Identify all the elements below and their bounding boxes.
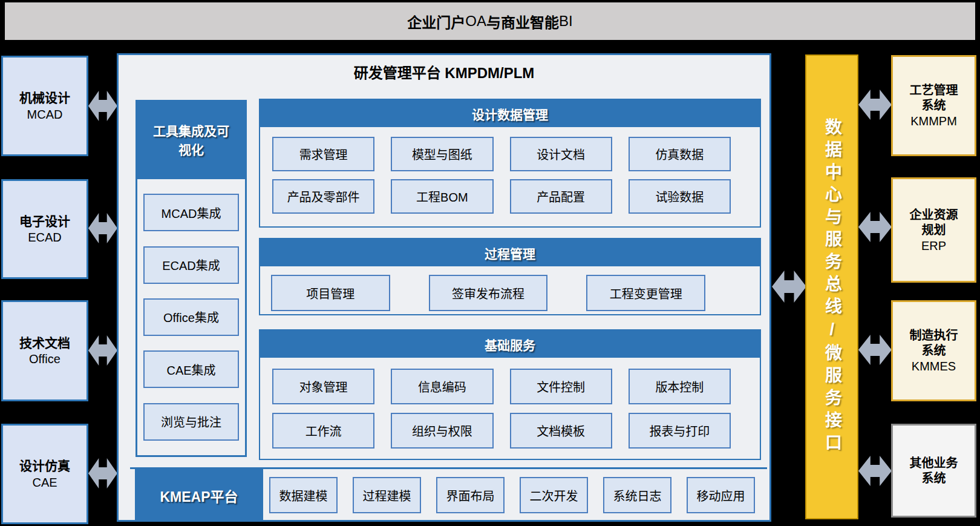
module-cell: 签审发布流程 (429, 275, 548, 311)
module-cell: 设计文档 (510, 137, 612, 171)
module-cell: 试验数据 (629, 179, 731, 214)
section-header: 基础服务 (260, 330, 760, 358)
system-label-zh: 制造执行系统 (906, 328, 962, 358)
service-bus-label: 数据中心与服务总线/微服务接口 (820, 118, 844, 456)
banner-text-portal: 企业门户 (407, 11, 465, 32)
service-bus-bar: 数据中心与服务总线/微服务接口 (805, 54, 858, 519)
module-cell: 组织与权限 (391, 413, 493, 449)
banner-text-bi-zh: 商业智能 (501, 11, 559, 32)
diagram-canvas: 企业门户OA 与 商业智能 BI 机械设计 MCAD 电子设计 ECAD 技术文… (0, 0, 980, 526)
tool-item-cae: CAE集成 (143, 350, 239, 388)
section-header: 设计数据管理 (260, 100, 760, 127)
system-label-zh: 设计仿真 (19, 458, 70, 474)
system-label-en: MCAD (27, 108, 63, 122)
kmeap-bar: KMEAP平台 数据建模 过程建模 界面布局 二次开发 系统日志 移动应用 (130, 467, 767, 522)
module-cell: 工作流 (272, 413, 374, 449)
module-cell: 需求管理 (272, 137, 374, 171)
system-box-cae: 设计仿真 CAE (1, 424, 88, 524)
kmeap-item: 数据建模 (269, 477, 338, 513)
double-arrow-icon (858, 212, 892, 242)
double-arrow-icon (88, 335, 117, 366)
system-box-ecad: 电子设计 ECAD (1, 179, 88, 279)
platform-title: 研发管理平台 KMPDM/PLM (119, 61, 769, 82)
module-cell: 文档模板 (510, 413, 612, 449)
section-design-data: 设计数据管理 需求管理 模型与图纸 设计文档 仿真数据 产品及零部件 工程BOM… (259, 99, 761, 228)
system-label-en: KMMPM (910, 114, 957, 128)
module-cell: 版本控制 (629, 369, 731, 404)
tool-integration-items: MCAD集成 ECAD集成 Office集成 CAE集成 浏览与批注 (137, 179, 245, 455)
module-cell: 产品及零部件 (272, 179, 374, 214)
module-cell: 仿真数据 (629, 137, 731, 171)
module-cell: 对象管理 (272, 369, 374, 404)
kmeap-item: 界面布局 (436, 477, 505, 513)
kmeap-label: KMEAP平台 (135, 469, 263, 522)
double-arrow-icon (858, 456, 892, 486)
system-label-zh: 电子设计 (19, 214, 70, 229)
module-cell: 工程变更管理 (586, 275, 705, 311)
section-body: 需求管理 模型与图纸 设计文档 仿真数据 产品及零部件 工程BOM 产品配置 试… (260, 127, 760, 223)
system-label-zh: 其他业务系统 (906, 456, 962, 486)
kmeap-item: 二次开发 (520, 477, 588, 513)
section-process: 过程管理 项目管理 签审发布流程 工程变更管理 (259, 238, 761, 315)
kmeap-items: 数据建模 过程建模 界面布局 二次开发 系统日志 移动应用 (269, 477, 755, 513)
system-label-en: Office (29, 352, 60, 366)
double-arrow-icon (858, 90, 892, 120)
banner-text-and: 与 (486, 11, 501, 32)
system-label-en: ERP (921, 239, 946, 253)
double-arrow-icon (88, 91, 117, 121)
tool-item-office: Office集成 (143, 298, 239, 336)
system-box-kmmes: 制造执行系统 KMMES (891, 300, 976, 401)
module-cell: 项目管理 (271, 275, 390, 311)
system-box-office: 技术文档 Office (1, 300, 88, 401)
tool-item-mcad: MCAD集成 (143, 194, 239, 231)
kmeap-item: 移动应用 (687, 477, 755, 513)
module-cell: 报表与打印 (629, 413, 731, 449)
kmeap-item: 过程建模 (353, 477, 421, 513)
module-cell: 模型与图纸 (391, 137, 493, 171)
system-label-zh: 企业资源规划 (906, 208, 962, 238)
system-label-en: CAE (32, 476, 57, 490)
module-cell: 信息编码 (391, 369, 493, 404)
tool-item-ecad: ECAD集成 (143, 246, 239, 284)
section-body: 对象管理 信息编码 文件控制 版本控制 工作流 组织与权限 文档模板 报表与打印 (260, 358, 760, 457)
system-label-zh: 机械设计 (19, 90, 70, 106)
system-box-erp: 企业资源规划 ERP (891, 177, 976, 283)
module-cell: 工程BOM (391, 179, 493, 214)
plm-platform-panel: 研发管理平台 KMPDM/PLM 工具集成及可视化 MCAD集成 ECAD集成 … (117, 53, 771, 522)
tool-integration-column: 工具集成及可视化 MCAD集成 ECAD集成 Office集成 CAE集成 浏览… (136, 100, 247, 457)
module-cell: 文件控制 (510, 369, 612, 404)
double-arrow-icon (88, 213, 117, 243)
banner-text-bi: BI (559, 13, 573, 30)
double-arrow-icon (88, 458, 117, 488)
section-header: 过程管理 (260, 239, 760, 266)
section-base-services: 基础服务 对象管理 信息编码 文件控制 版本控制 工作流 组织与权限 文档模板 … (259, 329, 761, 460)
banner-text-oa: OA (465, 13, 486, 30)
module-cell: 产品配置 (510, 179, 612, 214)
kmeap-item: 系统日志 (603, 477, 671, 513)
double-arrow-icon (772, 271, 806, 303)
system-box-mcad: 机械设计 MCAD (1, 56, 88, 156)
tool-item-browse: 浏览与批注 (143, 403, 239, 441)
system-box-other: 其他业务系统 (891, 424, 976, 518)
system-label-zh: 技术文档 (19, 335, 70, 351)
system-label-zh: 工艺管理系统 (906, 83, 962, 113)
system-label-en: KMMES (912, 360, 956, 373)
top-banner: 企业门户OA 与 商业智能 BI (5, 2, 975, 40)
section-body: 项目管理 签审发布流程 工程变更管理 (260, 266, 760, 320)
system-label-en: ECAD (28, 231, 62, 245)
system-box-kmmpm: 工艺管理系统 KMMPM (891, 55, 976, 156)
tool-integration-header: 工具集成及可视化 (137, 102, 245, 179)
double-arrow-icon (858, 335, 892, 365)
